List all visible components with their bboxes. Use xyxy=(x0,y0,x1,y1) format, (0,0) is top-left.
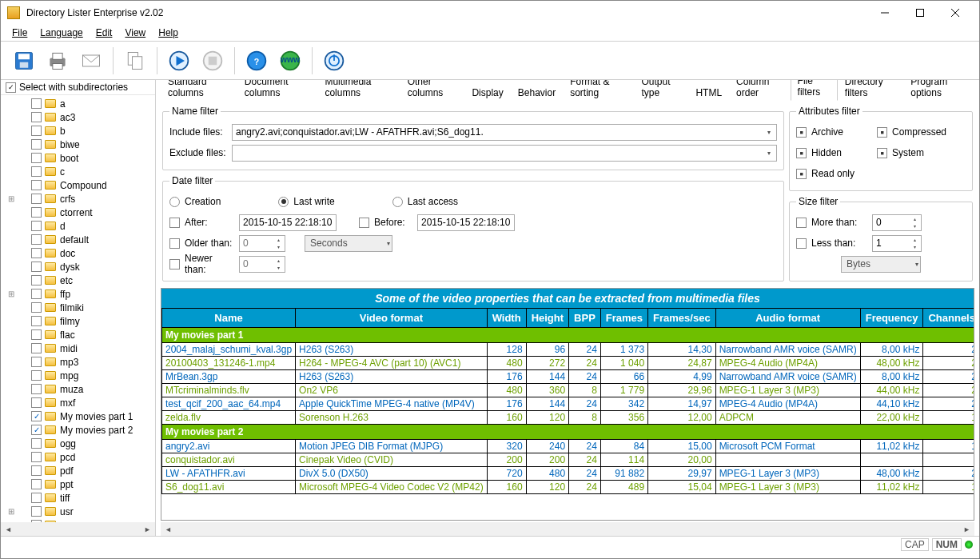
tab-behavior[interactable]: Behavior xyxy=(511,84,563,101)
mail-button[interactable] xyxy=(76,46,106,76)
tree-item[interactable]: mpg xyxy=(1,369,155,382)
tree-item[interactable]: filmiki xyxy=(1,301,155,314)
tree-item[interactable]: Compound xyxy=(1,178,155,192)
tree-checkbox[interactable] xyxy=(31,370,42,381)
tab-multimedia-columns[interactable]: Multimedia columns xyxy=(317,80,400,101)
tree-item[interactable]: pdf xyxy=(1,464,155,477)
tree-checkbox[interactable] xyxy=(31,126,42,136)
time-unit-select[interactable]: Seconds▾ xyxy=(305,235,392,252)
size-unit-select[interactable]: Bytes▾ xyxy=(841,256,921,273)
tab-display[interactable]: Display xyxy=(464,84,510,101)
select-subdirs-checkbox[interactable]: ✓ xyxy=(6,82,16,93)
tab-other-columns[interactable]: Other columns xyxy=(400,80,465,101)
tree-item[interactable]: b xyxy=(1,124,155,138)
directory-tree[interactable]: aac3bbiwebootcCompound⊞crfsctorrentddefa… xyxy=(1,95,155,522)
more-than-checkbox[interactable] xyxy=(796,218,807,228)
stop-button[interactable] xyxy=(197,46,228,76)
older-spin[interactable]: 0▴▾ xyxy=(239,235,285,252)
tree-item[interactable]: mp3 xyxy=(1,355,155,369)
tree-item[interactable]: biwe xyxy=(1,138,155,151)
more-than-spin[interactable]: 0▴▾ xyxy=(872,214,922,231)
tree-checkbox[interactable] xyxy=(31,479,42,489)
tree-checkbox[interactable] xyxy=(31,275,42,285)
tree-checkbox[interactable] xyxy=(31,384,42,394)
menu-edit[interactable]: Edit xyxy=(90,26,119,40)
tab-html[interactable]: HTML xyxy=(688,84,729,101)
creation-radio[interactable] xyxy=(169,197,180,207)
tree-item[interactable]: mxf xyxy=(1,396,155,409)
select-subdirs-row[interactable]: ✓ Select with subdirectories xyxy=(1,80,155,95)
tab-file-filters[interactable]: File filters xyxy=(791,80,838,101)
readonly-checkbox[interactable] xyxy=(796,169,807,179)
older-checkbox[interactable] xyxy=(169,238,180,249)
exclude-files-combo[interactable]: ▾ xyxy=(232,145,777,162)
tree-checkbox[interactable] xyxy=(31,438,42,449)
menu-help[interactable]: Help xyxy=(152,26,185,40)
tree-checkbox[interactable] xyxy=(31,343,42,353)
tree-item[interactable]: ✓My movies part 1 xyxy=(1,409,155,423)
lastwrite-radio[interactable] xyxy=(278,197,289,207)
tree-item[interactable]: a xyxy=(1,97,155,110)
tree-checkbox[interactable] xyxy=(31,139,42,150)
tree-checkbox[interactable] xyxy=(31,98,42,109)
maximize-button[interactable] xyxy=(902,2,938,24)
tree-checkbox[interactable] xyxy=(31,112,42,122)
tree-item[interactable]: ac3 xyxy=(1,110,155,124)
tree-checkbox[interactable] xyxy=(31,262,42,272)
tree-checkbox[interactable] xyxy=(31,465,42,476)
archive-checkbox[interactable] xyxy=(796,127,807,138)
minimize-button[interactable] xyxy=(867,2,902,24)
menu-view[interactable]: View xyxy=(118,26,152,40)
menu-language[interactable]: Language xyxy=(34,26,89,40)
tree-item[interactable]: ⊞crfs xyxy=(1,192,155,206)
tree-item[interactable]: muza xyxy=(1,382,155,396)
tree-item[interactable]: ppt xyxy=(1,477,155,491)
tree-checkbox[interactable] xyxy=(31,357,42,367)
tree-checkbox[interactable] xyxy=(31,302,42,313)
tab-standard-columns[interactable]: Standard columns xyxy=(161,80,237,101)
tree-checkbox[interactable] xyxy=(31,153,42,163)
print-button[interactable] xyxy=(42,46,73,76)
help-button[interactable]: ? xyxy=(241,46,272,76)
tree-item[interactable]: tiff xyxy=(1,491,155,505)
tree-checkbox[interactable]: ✓ xyxy=(31,425,42,435)
tree-h-scrollbar[interactable]: ◄► xyxy=(1,522,155,536)
tab-column-order[interactable]: Column order xyxy=(729,80,790,101)
tree-item[interactable]: ctorrent xyxy=(1,206,155,219)
after-checkbox[interactable] xyxy=(169,218,180,228)
power-button[interactable] xyxy=(319,46,349,76)
tree-checkbox[interactable] xyxy=(31,493,42,503)
tree-checkbox[interactable] xyxy=(31,221,42,231)
save-button[interactable] xyxy=(9,46,39,76)
tree-item[interactable]: doc xyxy=(1,246,155,260)
tree-item[interactable]: ⊞usr xyxy=(1,505,155,518)
tree-checkbox[interactable] xyxy=(31,397,42,408)
tree-item[interactable]: ogg xyxy=(1,437,155,450)
less-than-spin[interactable]: 1▴▾ xyxy=(872,235,922,252)
table-h-scrollbar[interactable]: ◄► xyxy=(161,522,974,536)
tab-document-columns[interactable]: Document columns xyxy=(237,80,318,101)
tree-item[interactable]: ⊞ffp xyxy=(1,287,155,301)
tree-checkbox[interactable] xyxy=(31,194,42,204)
lastaccess-radio[interactable] xyxy=(392,197,403,207)
tree-checkbox[interactable] xyxy=(31,329,42,340)
tree-item[interactable]: boot xyxy=(1,151,155,165)
tree-item[interactable]: filmy xyxy=(1,314,155,328)
tree-checkbox[interactable] xyxy=(31,316,42,326)
newer-checkbox[interactable] xyxy=(169,259,180,270)
tree-checkbox[interactable] xyxy=(31,207,42,218)
tree-item[interactable]: flac xyxy=(1,328,155,341)
tree-checkbox[interactable] xyxy=(31,289,42,299)
tree-checkbox[interactable] xyxy=(31,180,42,190)
compressed-checkbox[interactable] xyxy=(877,127,887,138)
system-checkbox[interactable] xyxy=(877,148,887,158)
menu-file[interactable]: File xyxy=(6,26,34,40)
tree-item[interactable]: ✓My movies part 2 xyxy=(1,423,155,437)
hidden-checkbox[interactable] xyxy=(796,148,807,158)
tree-checkbox[interactable] xyxy=(31,166,42,177)
tree-item[interactable]: pcd xyxy=(1,450,155,464)
newer-spin[interactable]: 0▴▾ xyxy=(239,256,285,273)
tree-checkbox[interactable] xyxy=(31,452,42,462)
include-files-combo[interactable]: ▾ xyxy=(232,124,777,141)
tree-item[interactable]: etc xyxy=(1,274,155,287)
